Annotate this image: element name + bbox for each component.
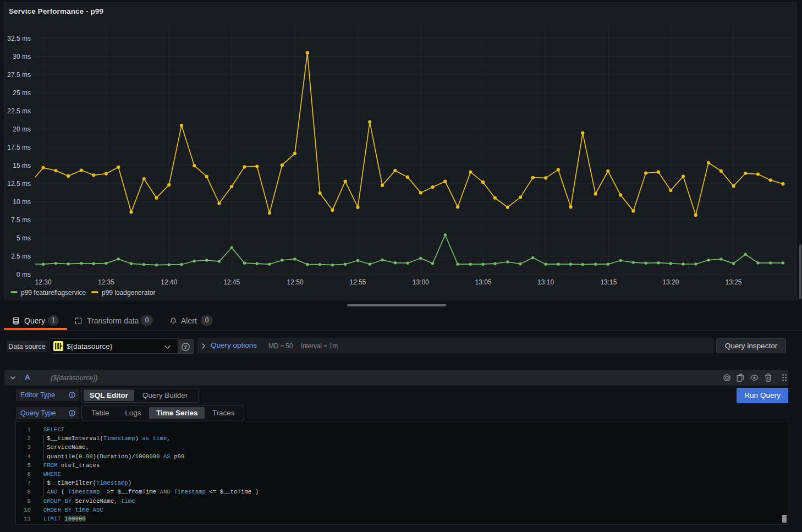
svg-text:25 ms: 25 ms xyxy=(13,89,31,97)
svg-text:?: ? xyxy=(184,344,187,350)
svg-text:12:40: 12:40 xyxy=(161,278,177,286)
svg-text:13:00: 13:00 xyxy=(413,278,429,286)
svg-text:12:45: 12:45 xyxy=(223,278,240,286)
svg-text:27.5 ms: 27.5 ms xyxy=(7,71,31,79)
svg-text:13:25: 13:25 xyxy=(725,278,741,286)
svg-text:12:55: 12:55 xyxy=(349,278,366,286)
svg-text:13:15: 13:15 xyxy=(600,278,617,286)
svg-text:32.5 ms: 32.5 ms xyxy=(7,35,31,42)
svg-text:12:35: 12:35 xyxy=(98,278,114,286)
svg-text:7.5 ms: 7.5 ms xyxy=(11,216,31,224)
svg-text:10 ms: 10 ms xyxy=(13,198,31,206)
svg-text:15 ms: 15 ms xyxy=(13,162,31,169)
svg-text:13:20: 13:20 xyxy=(662,278,679,286)
svg-text:12:30: 12:30 xyxy=(35,278,52,286)
svg-text:22.5 ms: 22.5 ms xyxy=(7,107,31,115)
svg-text:30 ms: 30 ms xyxy=(13,53,31,61)
svg-text:0 ms: 0 ms xyxy=(17,271,31,278)
svg-text:2.5 ms: 2.5 ms xyxy=(11,253,31,260)
svg-text:13:10: 13:10 xyxy=(537,278,554,286)
svg-text:13:05: 13:05 xyxy=(475,278,492,286)
svg-text:12:50: 12:50 xyxy=(287,278,304,286)
svg-text:p99 featureflagservice: p99 featureflagservice xyxy=(21,289,86,297)
svg-text:5 ms: 5 ms xyxy=(17,234,31,242)
svg-text:12.5 ms: 12.5 ms xyxy=(7,180,31,188)
svg-text:20 ms: 20 ms xyxy=(13,125,31,133)
svg-text:17.5 ms: 17.5 ms xyxy=(7,144,31,151)
svg-text:p99 loadgenerator: p99 loadgenerator xyxy=(102,289,155,297)
